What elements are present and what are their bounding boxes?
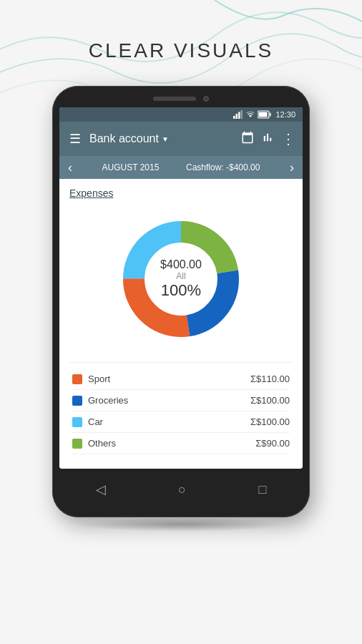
legend-label: Car	[88, 416, 103, 427]
svg-rect-0	[233, 116, 235, 119]
wifi-icon	[245, 110, 255, 119]
legend-item-left: Sport	[72, 374, 110, 384]
legend-item: SportΣ$110.00	[72, 369, 290, 390]
legend-item: OthersΣ$90.00	[72, 433, 290, 454]
month-navigation: ‹ AUGUST 2015 Cashflow: -$400.00 ›	[59, 156, 303, 179]
phone-speaker	[153, 97, 196, 101]
cashflow-label: Cashflow: -$400.00	[186, 162, 260, 172]
donut-amount: $400.00	[160, 258, 202, 271]
donut-chart: $400.00 All 100%	[109, 208, 253, 351]
svg-rect-6	[259, 112, 268, 117]
legend-value: Σ$90.00	[255, 438, 290, 449]
signal-icon	[233, 110, 243, 119]
svg-rect-2	[238, 112, 240, 119]
legend-item-left: Groceries	[72, 395, 128, 406]
chart-container: $400.00 All 100%	[69, 208, 293, 351]
phone-nav-bar: ◁ ○ □	[59, 474, 303, 504]
phone-camera	[203, 96, 209, 102]
legend-value: Σ$100.00	[250, 416, 290, 427]
section-title: Expenses	[69, 187, 293, 199]
recents-button[interactable]: □	[258, 482, 266, 497]
svg-rect-3	[241, 110, 243, 119]
donut-label: All	[160, 271, 202, 281]
donut-center: $400.00 All 100%	[160, 258, 202, 300]
dropdown-icon[interactable]: ▼	[162, 135, 169, 143]
toolbar-actions: ⋮	[241, 130, 295, 147]
more-options-icon[interactable]: ⋮	[281, 130, 295, 147]
legend-item: GroceriesΣ$100.00	[72, 390, 290, 411]
svg-rect-5	[270, 113, 272, 117]
legend-color-dot	[72, 396, 82, 406]
legend-value: Σ$110.00	[250, 374, 290, 384]
calendar-icon[interactable]	[241, 131, 254, 147]
phone-screen: 12:30 ☰ Bank account ▼ ⋮	[59, 107, 303, 469]
phone-top-bar	[59, 96, 303, 102]
menu-icon[interactable]: ☰	[67, 131, 84, 147]
page-title: CLEAR VISUALS	[0, 39, 362, 62]
status-bar: 12:30	[59, 107, 303, 122]
content-area: Expenses	[59, 179, 303, 469]
app-toolbar: ☰ Bank account ▼ ⋮	[59, 122, 303, 156]
home-button[interactable]: ○	[178, 482, 186, 497]
legend-item: CarΣ$100.00	[72, 411, 290, 433]
phone-shadow	[78, 517, 284, 532]
toolbar-title: Bank account ▼	[89, 132, 235, 145]
legend-label: Groceries	[88, 395, 128, 406]
legend-color-dot	[72, 417, 82, 427]
status-icons: 12:30	[233, 110, 295, 119]
phone-body: 12:30 ☰ Bank account ▼ ⋮	[52, 86, 310, 517]
legend-item-left: Car	[72, 416, 103, 427]
donut-percent: 100%	[160, 281, 202, 300]
phone-mockup: 12:30 ☰ Bank account ▼ ⋮	[52, 86, 310, 532]
next-month-button[interactable]: ›	[287, 157, 297, 178]
month-label: AUGUST 2015	[102, 162, 160, 172]
back-button[interactable]: ◁	[96, 482, 106, 497]
bar-chart-icon[interactable]	[261, 131, 274, 147]
chart-legend: SportΣ$110.00GroceriesΣ$100.00CarΣ$100.0…	[69, 362, 293, 460]
account-name: Bank account	[89, 132, 159, 145]
legend-color-dot	[72, 439, 82, 449]
prev-month-button[interactable]: ‹	[65, 157, 75, 178]
battery-icon	[258, 110, 272, 119]
legend-item-left: Others	[72, 438, 116, 449]
legend-value: Σ$100.00	[250, 395, 290, 406]
status-time: 12:30	[275, 110, 295, 119]
legend-label: Others	[88, 438, 116, 449]
legend-label: Sport	[88, 374, 110, 384]
svg-rect-1	[236, 114, 238, 119]
legend-color-dot	[72, 374, 82, 384]
